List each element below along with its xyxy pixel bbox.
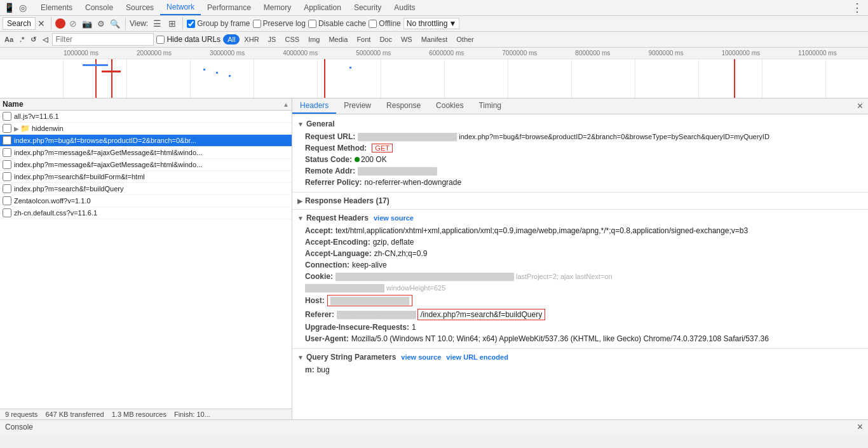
timeline-tick-4: 5000000 ms [356,50,429,57]
devtools-topbar: 📱 ◎ ElementsConsoleSourcesNetworkPerform… [0,0,868,16]
record-button[interactable] [55,18,65,29]
panel-close-icon[interactable]: × [852,100,868,112]
request-url-label: Request URL: [305,132,355,141]
panel-tab-cookies[interactable]: Cookies [428,98,471,114]
query-view-source-link[interactable]: view source [401,353,441,361]
filter-btn-manifest[interactable]: Manifest [417,34,452,44]
panel-tab-timing[interactable]: Timing [471,98,509,114]
devtools-tab-memory[interactable]: Memory [257,1,297,15]
console-close-icon[interactable]: × [857,421,863,433]
throttle-select[interactable]: No throttling ▼ [403,18,460,29]
response-headers-header[interactable]: ▶ Response Headers (17) [292,194,868,208]
list-item-name: index.php?m=message&f=ajaxGetMessage&t=h… [14,161,289,168]
list-item-checkbox[interactable] [3,196,11,205]
devtools-tab-application[interactable]: Application [297,1,348,15]
user-agent-row: User-Agent: Mozilla/5.0 (Windows NT 10.0… [305,333,863,344]
list-item-checkbox[interactable] [3,184,11,193]
filter-btn-ws[interactable]: WS [397,34,417,44]
network-list[interactable]: all.js?v=11.6.1▶📁hiddenwinindex.php?m=bu… [0,111,292,409]
devtools-tab-elements[interactable]: Elements [34,1,79,15]
offline-checkbox[interactable]: Offline [369,19,400,28]
referer-row: Referer: ████████████████ /index.php?m=s… [305,308,863,322]
view-source-link[interactable]: view source [374,214,414,222]
refresh-btn[interactable]: ↺ [29,35,38,44]
panel-tab-headers[interactable]: Headers [292,98,336,114]
status-code-label: Status Code: [305,155,352,164]
search-label[interactable]: Search [3,17,36,30]
list-item-checkbox[interactable] [3,148,11,157]
request-headers-header[interactable]: ▼ Request Headers view source [292,211,868,225]
list-item[interactable]: index.php?m=search&f=buildForm&t=html [0,171,292,183]
connection-value: keep-alive [352,261,387,269]
list-item-checkbox[interactable] [3,136,11,145]
list-item-checkbox[interactable] [3,172,11,181]
list-item-checkbox[interactable] [3,124,11,133]
devtools-tab-network[interactable]: Network [160,0,201,15]
devtools-tab-performance[interactable]: Performance [201,1,257,15]
filter-btn-doc[interactable]: Doc [375,34,397,44]
list-item[interactable]: all.js?v=11.6.1 [0,111,292,123]
timeline-tick-9: 10000000 ms [721,50,798,57]
list-item[interactable]: index.php?m=message&f=ajaxGetMessage&t=h… [0,159,292,171]
status-code-value: 200 OK [361,155,387,164]
request-headers-arrow-icon: ▼ [297,215,304,222]
filter-btn-media[interactable]: Media [324,34,352,44]
devtools-tab-audits[interactable]: Audits [388,1,421,15]
timeline-chart [0,59,868,98]
red-line-4 [734,59,735,98]
devtools-tab-sources[interactable]: Sources [119,1,160,15]
regex-btn[interactable]: .* [18,35,26,44]
list-item-name: all.js?v=11.6.1 [14,112,289,120]
list-item-checkbox[interactable] [3,112,11,121]
clear-icon[interactable]: ⊘ [68,18,78,29]
group-by-frame-checkbox[interactable]: Group by frame [187,19,250,28]
back-btn[interactable]: ◁ [41,35,50,44]
list-item[interactable]: index.php?m=bug&f=browse&productID=2&bra… [0,135,292,147]
waterfall-bar-1 [83,64,108,66]
filter-btn-css[interactable]: CSS [280,34,304,44]
cookie-windowheight: windowHeight=625 [386,284,445,292]
list-item[interactable]: ZentaoIcon.woff?v=1.1.0 [0,195,292,207]
filter-btn-other[interactable]: Other [452,34,478,44]
preserve-log-checkbox[interactable]: Preserve log [253,19,306,28]
panel-tab-response[interactable]: Response [379,98,428,114]
filter-btn-all[interactable]: All [223,34,240,44]
filter-input[interactable] [52,33,154,46]
filter-btn-img[interactable]: Img [304,34,324,44]
inspect-icon[interactable]: ◎ [17,1,29,14]
devtools-tab-console[interactable]: Console [79,1,119,15]
disable-cache-checkbox[interactable]: Disable cache [308,19,366,28]
m-row: m: bug [305,364,863,376]
query-string-section: ▼ Query String Parameters view source vi… [292,350,868,378]
list-item[interactable]: index.php?m=search&f=buildQuery [0,183,292,195]
query-view-url-encoded-link[interactable]: view URL encoded [446,353,508,361]
search-box: Search ✕ [3,17,47,30]
list-item-checkbox[interactable] [3,208,11,217]
list-item[interactable]: index.php?m=message&f=ajaxGetMessage&t=h… [0,147,292,159]
case-sensitive-btn[interactable]: Aa [3,35,15,44]
general-arrow-icon: ▼ [297,121,304,128]
list-item[interactable]: zh-cn.default.css?v=11.6.1 [0,207,292,219]
panel-tab-preview[interactable]: Preview [336,98,379,114]
list-item[interactable]: ▶📁hiddenwin [0,123,292,135]
filter-btn-js[interactable]: JS [264,34,281,44]
camera-icon[interactable]: 📷 [81,18,93,30]
query-string-header[interactable]: ▼ Query String Parameters view source vi… [292,350,868,364]
list-item-name: zh-cn.default.css?v=11.6.1 [14,209,289,217]
filter-icon[interactable]: ⚙ [96,18,106,30]
view-list-icon[interactable]: ☰ [151,17,163,30]
list-item-checkbox[interactable] [3,160,11,169]
right-panel: HeadersPreviewResponseCookiesTiming× ▼ G… [292,98,868,419]
filter-btn-font[interactable]: Font [352,34,375,44]
more-options-icon[interactable]: ⋮ [846,1,868,15]
panel-content[interactable]: ▼ General Request URL: █████████████████… [292,114,868,419]
general-section-header[interactable]: ▼ General [292,117,868,131]
view-grid-icon[interactable]: ⊞ [166,17,179,30]
hide-data-urls-checkbox[interactable]: Hide data URLs [156,35,220,44]
search-close-icon[interactable]: ✕ [36,18,47,29]
filter-btn-xhr[interactable]: XHR [240,34,263,44]
console-bar-label[interactable]: Console [5,423,33,431]
search-icon[interactable]: 🔍 [109,18,121,30]
device-icon[interactable]: 📱 [3,1,15,14]
devtools-tab-security[interactable]: Security [348,1,388,15]
